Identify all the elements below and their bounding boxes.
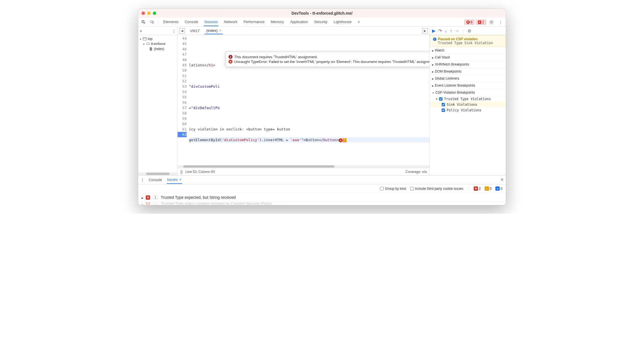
step-over-icon[interactable]: ↷ <box>438 28 442 33</box>
navigator-more-icon[interactable]: » <box>140 29 142 33</box>
toolbar-badges: ✕6 ✕2 ⋮ <box>464 19 504 26</box>
error-count: 6 <box>471 20 473 24</box>
format-icon[interactable]: {} <box>180 170 183 174</box>
acc-csp[interactable]: CSP Violation Breakpoints <box>430 89 506 96</box>
settings-icon[interactable] <box>488 19 495 26</box>
drawer: ⋮ Console Issues× × Group by kind Includ… <box>138 175 506 205</box>
navigator-header: » ⋮ <box>138 27 177 35</box>
file-icon <box>149 47 153 51</box>
chevron-right-icon <box>142 195 144 200</box>
nav-forward-icon[interactable]: ▶ <box>422 28 428 34</box>
frame-icon <box>143 37 147 41</box>
tab-lighthouse[interactable]: Lighthouse <box>333 18 352 26</box>
acc-xhr[interactable]: XHR/fetch Breakpoints <box>430 61 506 68</box>
group-by-kind[interactable]: Group by kind <box>380 187 406 191</box>
tree-file[interactable]: (index) <box>139 46 176 51</box>
tab-network[interactable]: Network <box>223 18 238 26</box>
coverage-status: Coverage: n/a <box>406 170 427 174</box>
main-area: » ⋮ top tt-enforce (index) <box>138 27 506 175</box>
acc-global[interactable]: Global Listeners <box>430 75 506 82</box>
checkbox-tt[interactable] <box>439 97 442 101</box>
drawer-filters: Group by kind Include third-party cookie… <box>138 184 506 193</box>
navigator-pane: » ⋮ top tt-enforce (index) <box>138 27 178 175</box>
drawer-tabs: ⋮ Console Issues× × <box>138 175 506 184</box>
error-icon: ✕ <box>466 21 470 24</box>
error-tooltip: 2This document requires 'TrustedHTML' as… <box>225 52 430 67</box>
step-into-icon[interactable]: ↓ <box>445 28 447 33</box>
close-tab-icon[interactable]: × <box>219 28 222 33</box>
acc-dom[interactable]: DOM Breakpoints <box>430 68 506 75</box>
pause-title: Paused on CSP violation <box>438 37 478 41</box>
csp-policy[interactable]: Policy Violations <box>430 107 506 113</box>
code-editor[interactable]: 44454647 48495051 52535455 56575859 6061… <box>178 35 430 165</box>
tree-file-label: (index) <box>154 47 164 51</box>
csp-sink[interactable]: Sink Violations <box>430 102 506 107</box>
svg-text:i: i <box>434 38 435 41</box>
debugger-pane: ▶ ↷ ↓ ↑ → ⊘ iPaused on CSP violation Tru… <box>430 27 506 175</box>
deactivate-breakpoints-icon[interactable]: ⊘ <box>468 28 471 33</box>
tab-elements[interactable]: Elements <box>163 18 179 26</box>
issue-warn-count[interactable]: !0 <box>485 186 492 191</box>
device-toggle-icon[interactable] <box>148 19 156 26</box>
more-icon[interactable]: ⋮ <box>497 19 504 26</box>
include-3p[interactable]: Include third-party cookie issues <box>410 187 463 191</box>
inspect-icon[interactable] <box>140 19 147 26</box>
error-count-icon: 2 <box>229 55 232 59</box>
chevron-down-icon <box>143 42 145 46</box>
pause-sub: Trusted Type Sink Violation <box>438 41 503 45</box>
panel-tabs: Elements Console Sources Network Perform… <box>163 18 463 26</box>
issue-err-count[interactable]: ✕2 <box>474 186 481 191</box>
tab-application[interactable]: Application <box>290 18 309 26</box>
tab-console[interactable]: Console <box>184 18 199 26</box>
issue-text: Trusted Type expected, but String receiv… <box>161 195 236 200</box>
chevron-down-icon <box>139 37 142 41</box>
tree-origin[interactable]: tt-enforce <box>139 41 176 46</box>
titlebar: DevTools - tt-enforced.glitch.me/ <box>138 9 506 18</box>
issue-count: 1 <box>152 202 158 205</box>
tab-security[interactable]: Security <box>314 18 328 26</box>
step-out-icon[interactable]: ↑ <box>450 28 452 33</box>
horizontal-scrollbar[interactable] <box>178 165 430 168</box>
warning-icon: ! <box>485 186 489 191</box>
issue-info-count[interactable]: ≡0 <box>495 186 502 191</box>
info-icon: ≡ <box>495 186 500 191</box>
tab-sources[interactable]: Sources <box>204 18 218 26</box>
info-icon: i <box>433 37 437 41</box>
issues-count: 2 <box>482 20 484 24</box>
tab-performance[interactable]: Performance <box>243 18 265 26</box>
more-tabs-icon[interactable]: » <box>357 18 360 26</box>
error-icon: ✕ <box>474 186 478 191</box>
issue-row-1[interactable]: ✕ 1 Trusted Type expected, but String re… <box>138 193 506 202</box>
nav-back-icon[interactable]: ◀ <box>179 28 185 34</box>
resume-icon[interactable]: ▶ <box>432 28 435 33</box>
navigator-menu-icon[interactable]: ⋮ <box>172 29 176 33</box>
error-icon: ✕ <box>146 195 150 200</box>
issue-icon: ✕ <box>478 21 481 24</box>
issue-count: 1 <box>152 195 158 199</box>
window-title: DevTools - tt-enforced.glitch.me/ <box>138 11 506 15</box>
close-icon[interactable]: × <box>179 177 182 182</box>
error-icon[interactable]: ✕ <box>339 138 343 142</box>
acc-callstack[interactable]: Call Stack <box>430 54 506 61</box>
acc-watch[interactable]: Watch <box>430 47 506 54</box>
file-tab-index[interactable]: (index)× <box>205 27 223 34</box>
error-count-badge[interactable]: ✕6 <box>464 20 475 25</box>
file-tab-vm[interactable]: VM17 <box>188 28 201 34</box>
tree-top-label: top <box>148 37 153 41</box>
drawer-tab-console[interactable]: Console <box>148 176 163 184</box>
tab-memory[interactable]: Memory <box>270 18 285 26</box>
issues-count-badge[interactable]: ✕2 <box>476 20 486 25</box>
warning-icon[interactable]: ! <box>343 138 346 142</box>
drawer-menu-icon[interactable]: ⋮ <box>140 178 144 182</box>
acc-event[interactable]: Event Listener Breakpoints <box>430 82 506 89</box>
drawer-close-icon[interactable]: × <box>500 177 504 183</box>
step-icon[interactable]: → <box>455 28 459 33</box>
checkbox-policy[interactable] <box>442 109 445 112</box>
drawer-tab-issues[interactable]: Issues× <box>167 176 182 184</box>
tree-top[interactable]: top <box>139 36 176 41</box>
cursor-position: Line 53, Column 93 <box>185 170 215 174</box>
csp-trusted-type[interactable]: ▼Trusted Type Violations <box>430 96 506 102</box>
issue-row-2[interactable]: ✕ 1 Trusted Type policy creation blocked… <box>138 202 506 205</box>
checkbox-sink[interactable] <box>442 103 445 106</box>
file-tab-bar: ◀ VM17 (index)× ▶ <box>178 27 430 35</box>
